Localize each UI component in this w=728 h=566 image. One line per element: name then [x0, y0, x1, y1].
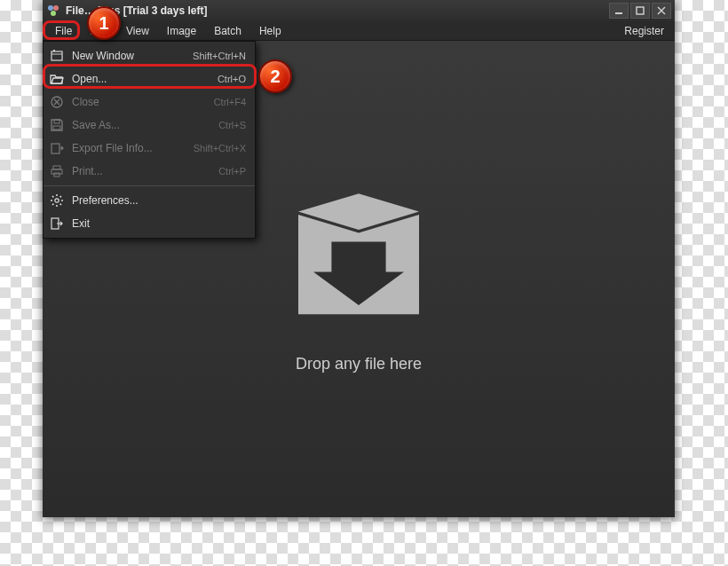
app-icon: [46, 4, 60, 18]
svg-rect-5: [51, 51, 62, 60]
window-title: File… Plus [Trial 3 days left]: [66, 4, 609, 17]
menubar: File Edit View Image Batch Help Register…: [43, 21, 675, 41]
menu-edit[interactable]: Edit: [81, 21, 117, 40]
svg-rect-9: [51, 144, 59, 153]
menu-item-label: Open...: [72, 73, 210, 85]
menu-separator: [44, 185, 255, 186]
exit-icon: [49, 216, 65, 232]
menu-file[interactable]: File: [46, 21, 81, 40]
menu-item-shortcut: Shift+Ctrl+N: [193, 51, 246, 61]
svg-rect-3: [615, 12, 622, 14]
svg-point-13: [55, 199, 59, 202]
menu-item-shortcut: Shift+Ctrl+X: [194, 143, 246, 153]
menu-register[interactable]: Register: [617, 21, 671, 40]
maximize-button[interactable]: [630, 3, 650, 19]
menu-preferences[interactable]: Preferences...: [44, 189, 255, 212]
menu-exit[interactable]: Exit: [44, 212, 255, 235]
menu-item-label: Exit: [72, 217, 239, 230]
window-controls: [609, 3, 671, 19]
menu-item-label: Export File Info...: [72, 142, 186, 154]
svg-point-2: [51, 11, 56, 16]
gear-icon: [49, 193, 65, 208]
new-window-icon: [49, 48, 65, 64]
menu-view[interactable]: View: [117, 21, 158, 40]
folder-open-icon: [49, 71, 65, 87]
menu-item-shortcut: Ctrl+P: [218, 166, 246, 177]
menu-image[interactable]: Image: [158, 21, 205, 40]
menu-export-file-info: Export File Info... Shift+Ctrl+X: [44, 137, 255, 160]
menubar-spacer: [290, 21, 618, 40]
drop-text: Drop any file here: [296, 355, 422, 373]
close-file-icon: [49, 94, 65, 110]
export-icon: [49, 140, 65, 156]
minimize-button[interactable]: [609, 3, 629, 19]
menu-item-label: Print...: [72, 165, 211, 177]
svg-point-1: [53, 5, 59, 11]
menu-open[interactable]: Open... Ctrl+O: [44, 67, 255, 90]
titlebar: File… Plus [Trial 3 days left]: [43, 0, 675, 21]
menu-item-label: Close: [72, 96, 207, 108]
menu-item-label: New Window: [72, 50, 186, 62]
app-window: File… Plus [Trial 3 days left] File Edit…: [43, 0, 675, 517]
svg-point-0: [48, 5, 53, 11]
menu-item-shortcut: Ctrl+F4: [214, 97, 246, 107]
file-menu-dropdown: New Window Shift+Ctrl+N Open... Ctrl+O C…: [43, 41, 256, 239]
menu-item-label: Preferences...: [72, 194, 239, 207]
save-icon: [49, 117, 65, 133]
drop-box-icon: [283, 185, 434, 339]
menu-item-shortcut: Ctrl+S: [218, 120, 246, 130]
menu-item-shortcut: Ctrl+O: [218, 74, 246, 84]
svg-rect-4: [637, 7, 644, 14]
print-icon: [49, 163, 65, 179]
svg-rect-10: [53, 166, 60, 169]
menu-print: Print... Ctrl+P: [44, 160, 255, 183]
menu-new-window[interactable]: New Window Shift+Ctrl+N: [44, 44, 255, 67]
close-button[interactable]: [652, 3, 671, 19]
svg-rect-8: [53, 126, 60, 130]
menu-save-as: Save As... Ctrl+S: [44, 114, 255, 137]
menu-help[interactable]: Help: [250, 21, 290, 40]
menu-batch[interactable]: Batch: [205, 21, 250, 40]
menu-close-file: Close Ctrl+F4: [44, 90, 255, 114]
menu-item-label: Save As...: [72, 119, 211, 131]
